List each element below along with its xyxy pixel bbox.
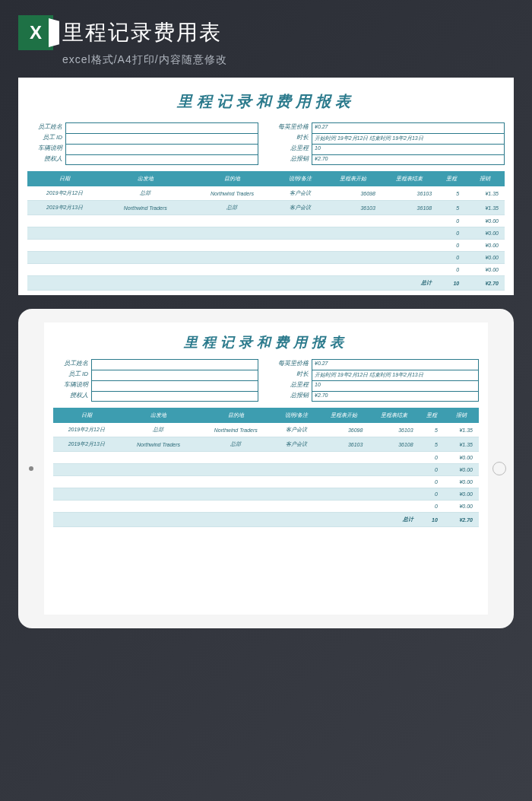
- info-grid-2: 员工姓名 员工 ID 车辆说明 授权人 每英里价格¥0.27 时长开始时间 19…: [53, 359, 479, 402]
- table-row: 2019年2月12日总部Northwind Traders客户会议3609836…: [27, 186, 505, 201]
- table-row: 0¥0.00: [53, 452, 479, 464]
- box-vehicle: [65, 144, 258, 154]
- excel-icon: X: [18, 15, 53, 50]
- sheet-title-2: 里程记录和费用报表: [53, 329, 479, 359]
- info-right: 每英里价格¥0.27 时长开始时间 19年2月12日 结束时间 19年2月13日…: [274, 122, 505, 165]
- box-emp-name: [65, 122, 258, 133]
- banner-title: 里程记录费用表: [62, 18, 222, 47]
- val-duration: 开始时间 19年2月12日 结束时间 19年2月13日: [312, 133, 505, 144]
- table-row: 0¥0.00: [27, 227, 505, 240]
- table-header-row: 日期出发地目的地说明/备注里程表开始里程表结束里程报销: [27, 171, 505, 186]
- label-authorizer: 授权人: [27, 154, 65, 165]
- sheet-title: 里程记录和费用报表: [27, 85, 505, 122]
- table-row: 2019年2月12日总部Northwind Traders客户会议3609836…: [53, 423, 479, 437]
- tablet-screen: 里程记录和费用报表 员工姓名 员工 ID 车辆说明 授权人 每英里价格¥0.27…: [44, 323, 488, 615]
- col-header: 出发地: [120, 408, 198, 423]
- table-row: 0¥0.00: [53, 501, 479, 513]
- col-header: 报销: [444, 408, 479, 423]
- label-rate: 每英里价格: [274, 122, 312, 133]
- val-rate: ¥0.27: [312, 122, 505, 133]
- total-row: 总计10¥2.70: [27, 276, 505, 291]
- col-header: 出发地: [102, 171, 188, 186]
- col-header: 里程: [420, 408, 444, 423]
- banner-subtitle: excel格式/A4打印/内容随意修改: [0, 53, 532, 78]
- col-header: 说明/备注: [274, 408, 318, 423]
- table-row: 0¥0.00: [53, 488, 479, 501]
- box-emp-id: [65, 133, 258, 144]
- table-row: 0¥0.00: [53, 476, 479, 488]
- val-total-reimb: ¥2.70: [312, 154, 505, 165]
- table-row: 0¥0.00: [27, 240, 505, 252]
- label-duration: 时长: [274, 133, 312, 144]
- header-banner: X 里程记录费用表: [0, 0, 532, 53]
- val-total-miles: 10: [312, 144, 505, 154]
- tablet-home-button: [492, 462, 506, 475]
- excel-icon-letter: X: [30, 22, 42, 43]
- col-header: 里程表开始: [325, 171, 382, 186]
- label-emp-id: 员工 ID: [27, 133, 65, 144]
- tablet-frame: 里程记录和费用报表 员工姓名 员工 ID 车辆说明 授权人 每英里价格¥0.27…: [18, 309, 514, 628]
- col-header: 里程: [438, 171, 465, 186]
- col-header: 里程表结束: [369, 408, 419, 423]
- table-row: 0¥0.00: [27, 264, 505, 276]
- mileage-table-2: 日期出发地目的地说明/备注里程表开始里程表结束里程报销 2019年2月12日总部…: [53, 408, 479, 527]
- col-header: 目的地: [197, 408, 274, 423]
- table-row: 2019年2月13日Northwind Traders总部客户会议3610336…: [27, 201, 505, 215]
- label-total-reimb: 总报销: [274, 154, 312, 165]
- col-header: 目的地: [188, 171, 275, 186]
- box-authorizer: [65, 154, 258, 165]
- label-emp-name: 员工姓名: [27, 122, 65, 133]
- table-row: 0¥0.00: [53, 464, 479, 476]
- label-vehicle: 车辆说明: [27, 144, 65, 154]
- info-left: 员工姓名 员工 ID 车辆说明 授权人: [27, 122, 258, 165]
- sheet-preview-main: 里程记录和费用报表 员工姓名 员工 ID 车辆说明 授权人 每英里价格¥0.27…: [18, 78, 514, 295]
- table-row: 0¥0.00: [27, 215, 505, 227]
- col-header: 里程表结束: [382, 171, 438, 186]
- col-header: 里程表开始: [318, 408, 369, 423]
- tablet-camera-icon: [29, 466, 33, 471]
- col-header: 说明/备注: [276, 171, 325, 186]
- mileage-table: 日期出发地目的地说明/备注里程表开始里程表结束里程报销 2019年2月12日总部…: [27, 171, 505, 291]
- col-header: 日期: [27, 171, 102, 186]
- table-row: 0¥0.00: [27, 252, 505, 264]
- total-row: 总计10¥2.70: [53, 513, 479, 527]
- col-header: 日期: [53, 408, 120, 423]
- table-row: 2019年2月13日Northwind Traders总部客户会议3610336…: [53, 437, 479, 452]
- info-grid: 员工姓名 员工 ID 车辆说明 授权人 每英里价格¥0.27 时长开始时间 19…: [27, 122, 505, 165]
- label-total-miles: 总里程: [274, 144, 312, 154]
- col-header: 报销: [465, 171, 505, 186]
